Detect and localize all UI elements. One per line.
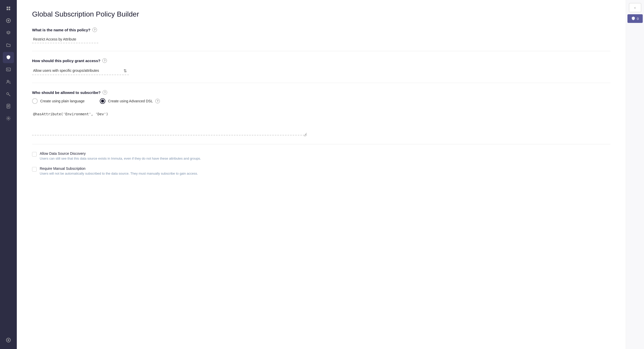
dsl-help-icon[interactable]: ? — [155, 99, 160, 103]
manual-main-label: Require Manual Subscription — [40, 166, 198, 171]
policy-name-input[interactable] — [32, 36, 98, 43]
folder-icon — [6, 43, 11, 48]
grant-access-select-container: Allow users with specific groups/attribu… — [32, 66, 129, 75]
badge-button[interactable]: 0 — [627, 14, 643, 23]
svg-rect-1 — [9, 7, 10, 8]
grant-access-select[interactable]: Allow users with specific groups/attribu… — [32, 66, 129, 75]
radio-plain-option[interactable]: Create using plain language — [32, 98, 85, 104]
shield-icon — [6, 55, 11, 61]
discovery-main-label: Allow Data Source Discovery — [40, 151, 201, 156]
svg-rect-3 — [9, 9, 10, 10]
policy-name-section: What is the name of this policy? ? — [32, 27, 610, 43]
svg-rect-2 — [7, 9, 8, 10]
discovery-description: Users can still see that this data sourc… — [40, 157, 201, 160]
divider-3 — [32, 144, 610, 144]
gear-icon — [6, 116, 11, 122]
manual-checkbox-section: Require Manual Subscription Users will n… — [32, 166, 610, 175]
svg-point-9 — [7, 80, 9, 82]
manual-checkbox[interactable] — [32, 167, 37, 172]
badge-shield-icon — [631, 16, 635, 21]
sidebar-item-add[interactable] — [3, 15, 14, 26]
svg-point-15 — [8, 118, 9, 119]
users-icon — [6, 79, 11, 85]
grant-access-help-icon[interactable]: ? — [102, 58, 107, 63]
plus-bottom-icon — [6, 338, 11, 343]
sidebar-item-terminal[interactable] — [3, 64, 14, 75]
policy-name-label: What is the name of this policy? ? — [32, 27, 610, 32]
sidebar-item-layers[interactable] — [3, 27, 14, 39]
plus-icon — [6, 18, 11, 24]
manual-label-group: Require Manual Subscription Users will n… — [40, 166, 198, 175]
divider-2 — [32, 83, 610, 83]
terminal-icon — [6, 67, 11, 73]
subscribe-section: Who should be allowed to subscribe? ? Cr… — [32, 90, 610, 136]
key-icon — [6, 91, 11, 97]
layers-icon — [6, 30, 11, 36]
dsl-textarea-wrapper: @hasAttribute('Environment', 'Dev') ⊿ — [32, 110, 307, 136]
radio-dsl-option[interactable]: Create using Advanced DSL ? — [100, 98, 160, 104]
content-area: Global Subscription Policy Builder What … — [17, 0, 626, 349]
page-title: Global Subscription Policy Builder — [32, 10, 610, 18]
discovery-checkbox-section: Allow Data Source Discovery Users can st… — [32, 151, 610, 160]
chevron-left-icon: ‹ — [634, 6, 636, 10]
manual-description: Users will not be automatically subscrib… — [40, 172, 198, 175]
sidebar-item-document[interactable] — [3, 101, 14, 112]
radio-plain-label: Create using plain language — [40, 99, 85, 103]
right-panel: ‹ 0 — [626, 0, 644, 349]
dsl-textarea[interactable]: @hasAttribute('Environment', 'Dev') — [32, 110, 307, 135]
main-container: Global Subscription Policy Builder What … — [17, 0, 644, 349]
radio-dsl-label: Create using Advanced DSL — [108, 99, 153, 103]
sidebar-item-shield[interactable] — [3, 52, 14, 63]
discovery-checkbox[interactable] — [32, 152, 37, 157]
sidebar-item-folder[interactable] — [3, 40, 14, 51]
home-icon — [6, 6, 11, 12]
subscribe-label: Who should be allowed to subscribe? ? — [32, 90, 610, 95]
radio-group: Create using plain language Create using… — [32, 98, 610, 104]
grant-access-label: How should this policy grant access? ? — [32, 58, 610, 63]
resize-handle-icon: ⊿ — [303, 133, 306, 135]
discovery-checkbox-option: Allow Data Source Discovery Users can st… — [32, 151, 610, 160]
policy-name-help-icon[interactable]: ? — [92, 27, 97, 32]
sidebar-item-users[interactable] — [3, 76, 14, 88]
sidebar-item-key[interactable] — [3, 89, 14, 100]
radio-dsl-button[interactable] — [100, 98, 105, 104]
sidebar-item-settings[interactable] — [3, 113, 14, 124]
sidebar-item-plus-bottom[interactable] — [3, 335, 14, 346]
subscribe-help-icon[interactable]: ? — [103, 90, 107, 95]
manual-checkbox-option: Require Manual Subscription Users will n… — [32, 166, 610, 175]
radio-plain-button[interactable] — [32, 98, 38, 104]
document-icon — [6, 104, 11, 109]
svg-rect-0 — [7, 7, 8, 8]
sidebar — [0, 0, 17, 349]
panel-toggle-button[interactable]: ‹ — [629, 3, 641, 12]
divider-1 — [32, 51, 610, 51]
sidebar-item-home[interactable] — [3, 3, 14, 14]
grant-access-section: How should this policy grant access? ? A… — [32, 58, 610, 75]
badge-count: 0 — [637, 17, 639, 21]
discovery-label-group: Allow Data Source Discovery Users can st… — [40, 151, 201, 160]
